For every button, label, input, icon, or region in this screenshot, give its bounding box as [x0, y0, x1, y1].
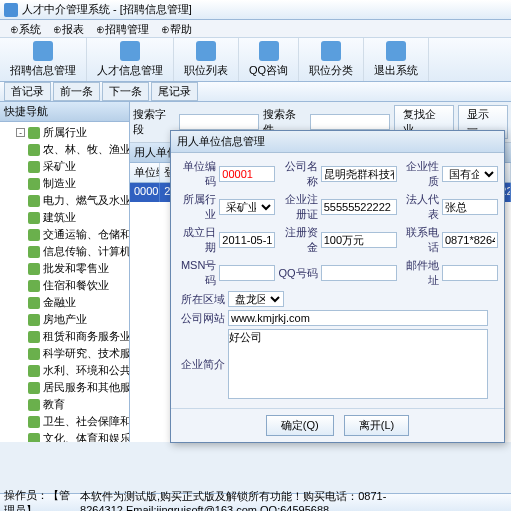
poslist-icon	[196, 41, 216, 61]
tree-node[interactable]: 农、林、牧、渔业	[2, 141, 127, 158]
sidebar: 快捷导航 -所属行业农、林、牧、渔业采矿业制造业电力、燃气及水业建筑业交通运输、…	[0, 102, 130, 442]
search-kw-input[interactable]	[179, 114, 259, 130]
type-select[interactable]: 国有企业	[442, 166, 498, 182]
tree-node[interactable]: 教育	[2, 396, 127, 413]
app-icon	[4, 3, 18, 17]
tree-node[interactable]: 建筑业	[2, 209, 127, 226]
menu-help[interactable]: ⊕帮助	[155, 20, 198, 37]
statusbar: 操作员：【管理员】 本软件为测试版,购买正式版及解锁所有功能！购买电话：0871…	[0, 493, 511, 511]
tool-pos-list[interactable]: 职位列表	[174, 38, 239, 81]
tree-node[interactable]: 交通运输、仓储和邮	[2, 226, 127, 243]
tool-exit[interactable]: 退出系统	[364, 38, 429, 81]
nav-next[interactable]: 下一条	[102, 82, 149, 101]
web-input[interactable]	[228, 310, 488, 326]
loc-select[interactable]: 盘龙区	[228, 291, 284, 307]
window-title: 人才中介管理系统 - [招聘信息管理]	[22, 2, 192, 17]
tool-pos-cat[interactable]: 职位分类	[299, 38, 364, 81]
qq-icon	[259, 41, 279, 61]
ind-select[interactable]: 采矿业	[219, 199, 275, 215]
menu-system[interactable]: ⊕系统	[4, 20, 47, 37]
nav-tree: -所属行业农、林、牧、渔业采矿业制造业电力、燃气及水业建筑业交通运输、仓储和邮信…	[0, 122, 129, 442]
nav-first[interactable]: 首记录	[4, 82, 51, 101]
poscat-icon	[321, 41, 341, 61]
menu-report[interactable]: ⊕报表	[47, 20, 90, 37]
tool-recruit-mgmt[interactable]: 招聘信息管理	[0, 38, 87, 81]
tree-node[interactable]: 科学研究、技术服务	[2, 345, 127, 362]
ok-button[interactable]: 确定(Q)	[266, 415, 334, 436]
navbar: 首记录 前一条 下一条 尾记录	[0, 82, 511, 102]
desc-textarea[interactable]	[228, 329, 488, 399]
qq-input[interactable]	[321, 265, 397, 281]
msn-input[interactable]	[219, 265, 275, 281]
tool-qq[interactable]: QQ咨询	[239, 38, 299, 81]
menubar: ⊕系统 ⊕报表 ⊕招聘管理 ⊕帮助	[0, 20, 511, 38]
tool-talent-mgmt[interactable]: 人才信息管理	[87, 38, 174, 81]
code-input[interactable]	[219, 166, 275, 182]
nav-last[interactable]: 尾记录	[151, 82, 198, 101]
menu-recruit[interactable]: ⊕招聘管理	[90, 20, 155, 37]
tree-node[interactable]: 租赁和商务服务业	[2, 328, 127, 345]
dialog-title: 用人单位信息管理	[171, 131, 504, 153]
tree-node[interactable]: -所属行业	[2, 124, 127, 141]
exit-icon	[386, 41, 406, 61]
tree-node[interactable]: 电力、燃气及水业	[2, 192, 127, 209]
name-input[interactable]	[321, 166, 397, 182]
status-operator: 操作员：【管理员】	[4, 488, 80, 512]
tree-node[interactable]: 采矿业	[2, 158, 127, 175]
tree-node[interactable]: 水利、环境和公共设	[2, 362, 127, 379]
tree-node[interactable]: 居民服务和其他服务	[2, 379, 127, 396]
talent-icon	[120, 41, 140, 61]
search-cond-input[interactable]	[310, 114, 390, 130]
tree-node[interactable]: 信息传输、计算机服	[2, 243, 127, 260]
legal-input[interactable]	[442, 199, 498, 215]
status-info: 本软件为测试版,购买正式版及解锁所有功能！购买电话：0871-8264312,E…	[80, 489, 507, 511]
titlebar: 人才中介管理系统 - [招聘信息管理]	[0, 0, 511, 20]
tree-node[interactable]: 住宿和餐饮业	[2, 277, 127, 294]
date-input[interactable]	[219, 232, 275, 248]
tree-node[interactable]: 批发和零售业	[2, 260, 127, 277]
toolbar: 招聘信息管理 人才信息管理 职位列表 QQ咨询 职位分类 退出系统	[0, 38, 511, 82]
reg-input[interactable]	[321, 199, 397, 215]
company-dialog: 用人单位信息管理 单位编码公司名称企业性质国有企业 所属行业采矿业企业注册证法人…	[170, 130, 505, 443]
tree-node[interactable]: 金融业	[2, 294, 127, 311]
tree-node[interactable]: 房地产业	[2, 311, 127, 328]
tree-node[interactable]: 卫生、社会保障和社	[2, 413, 127, 430]
recruit-icon	[33, 41, 53, 61]
mail-input[interactable]	[442, 265, 498, 281]
tel-input[interactable]	[442, 232, 498, 248]
nav-prev[interactable]: 前一条	[53, 82, 100, 101]
tree-node[interactable]: 制造业	[2, 175, 127, 192]
cap-input[interactable]	[321, 232, 397, 248]
tree-node[interactable]: 文化、体育和娱乐业	[2, 430, 127, 442]
cancel-button[interactable]: 离开(L)	[344, 415, 409, 436]
tree-header: 快捷导航	[0, 102, 129, 122]
